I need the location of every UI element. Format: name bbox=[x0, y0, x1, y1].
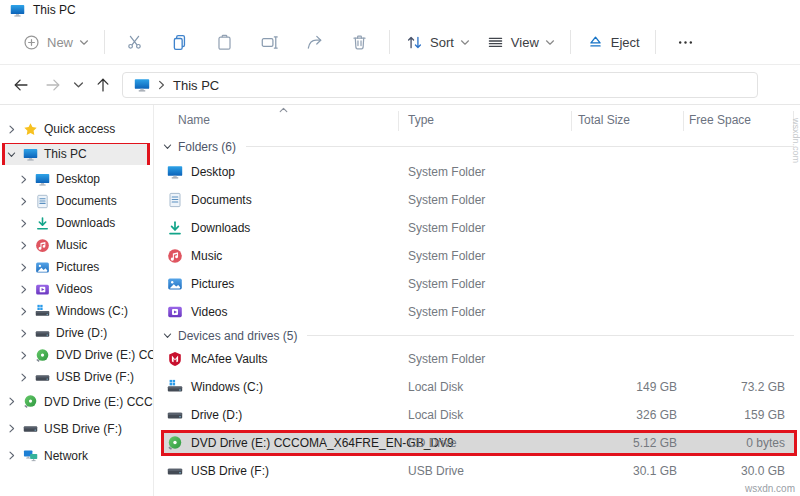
sidebar-item[interactable]: Windows (C:) bbox=[0, 300, 153, 322]
column-divider[interactable] bbox=[683, 111, 684, 131]
file-free-space: 0 bytes bbox=[683, 429, 785, 457]
file-row[interactable]: DVD Drive (E:) CCCOMA_X64FRE_EN-GB_DV9CD… bbox=[155, 429, 800, 457]
column-header-type[interactable]: Type bbox=[408, 113, 434, 127]
chevron-down-icon[interactable] bbox=[163, 142, 172, 151]
more-options-button[interactable] bbox=[663, 27, 708, 58]
file-name[interactable]: Pictures bbox=[191, 270, 234, 298]
videos-icon bbox=[35, 282, 50, 297]
file-row[interactable]: DesktopSystem Folder bbox=[155, 158, 800, 186]
chevron-down-icon[interactable] bbox=[5, 150, 17, 159]
sidebar: Quick accessThis PCDesktopDocumentsDownl… bbox=[0, 105, 154, 496]
file-name[interactable]: Drive (D:) bbox=[191, 401, 242, 429]
share-icon bbox=[305, 33, 324, 52]
group-header[interactable]: Folders (6) bbox=[155, 135, 800, 158]
chevron-right-icon[interactable] bbox=[17, 241, 29, 250]
drive-icon bbox=[35, 326, 50, 341]
sidebar-item-label: Quick access bbox=[44, 122, 115, 136]
drive-icon bbox=[35, 370, 50, 385]
chevron-right-icon[interactable] bbox=[17, 219, 29, 228]
sidebar-item[interactable]: Desktop bbox=[0, 168, 153, 190]
file-row[interactable]: PicturesSystem Folder bbox=[155, 270, 800, 298]
sidebar-item-label: Music bbox=[56, 238, 87, 252]
sidebar-item[interactable]: Pictures bbox=[0, 256, 153, 278]
chevron-right-icon[interactable] bbox=[17, 373, 29, 382]
chevron-down-icon[interactable] bbox=[163, 331, 172, 340]
file-row[interactable]: McAfee VaultsSystem Folder bbox=[155, 345, 800, 373]
drive-icon bbox=[167, 407, 183, 423]
chevron-right-icon[interactable] bbox=[17, 285, 29, 294]
sidebar-item[interactable]: USB Drive (F:) bbox=[0, 366, 153, 388]
column-divider[interactable] bbox=[398, 111, 399, 131]
sidebar-item[interactable]: Videos bbox=[0, 278, 153, 300]
file-type: USB Drive bbox=[408, 457, 464, 485]
download-icon bbox=[35, 216, 50, 231]
file-name[interactable]: Videos bbox=[191, 298, 227, 326]
chevron-right-icon[interactable] bbox=[17, 263, 29, 272]
sidebar-item[interactable]: USB Drive (F:) bbox=[0, 415, 153, 442]
sidebar-item-label: Windows (C:) bbox=[56, 304, 128, 318]
chevron-right-icon[interactable] bbox=[17, 175, 29, 184]
sidebar-item[interactable]: Music bbox=[0, 234, 153, 256]
paste-button[interactable] bbox=[202, 27, 247, 58]
file-row[interactable]: DownloadsSystem Folder bbox=[155, 214, 800, 242]
chevron-right-icon[interactable] bbox=[17, 351, 29, 360]
back-button[interactable] bbox=[6, 70, 36, 100]
chevron-right-icon[interactable] bbox=[17, 197, 29, 206]
sidebar-item[interactable]: Downloads bbox=[0, 212, 153, 234]
up-button[interactable] bbox=[88, 70, 118, 100]
file-name[interactable]: Windows (C:) bbox=[191, 373, 263, 401]
group-label: Devices and drives (5) bbox=[178, 329, 297, 343]
chevron-right-icon[interactable] bbox=[5, 397, 17, 406]
view-button[interactable]: View bbox=[478, 27, 563, 58]
chevron-right-icon[interactable] bbox=[17, 329, 29, 338]
file-row[interactable]: MusicSystem Folder bbox=[155, 242, 800, 270]
sidebar-item-label: DVD Drive (E:) CCCOMA_ bbox=[44, 395, 153, 409]
eject-button[interactable]: Eject bbox=[578, 27, 648, 58]
column-header-free-space[interactable]: Free Space bbox=[689, 113, 751, 127]
sidebar-item[interactable]: DVD Drive (E:) CCCOMA bbox=[0, 344, 153, 366]
delete-button[interactable] bbox=[337, 27, 382, 58]
toolbar-divider bbox=[570, 30, 571, 54]
sidebar-item[interactable]: Drive (D:) bbox=[0, 322, 153, 344]
file-name[interactable]: Downloads bbox=[191, 214, 250, 242]
chevron-right-icon[interactable] bbox=[5, 125, 17, 134]
forward-button[interactable] bbox=[38, 70, 68, 100]
file-row[interactable]: Drive (D:)Local Disk326 GB159 GB bbox=[155, 401, 800, 429]
file-row[interactable]: Windows (C:)Local Disk149 GB73.2 GB bbox=[155, 373, 800, 401]
file-type: System Folder bbox=[408, 298, 485, 326]
share-button[interactable] bbox=[292, 27, 337, 58]
document-icon bbox=[167, 192, 183, 208]
rename-button[interactable] bbox=[247, 27, 292, 58]
sort-button[interactable]: Sort bbox=[397, 27, 478, 58]
chevron-down-icon bbox=[460, 39, 470, 46]
recent-locations-button[interactable] bbox=[66, 70, 90, 100]
column-header-total-size[interactable]: Total Size bbox=[578, 113, 630, 127]
chevron-right-icon[interactable] bbox=[5, 451, 17, 460]
file-name[interactable]: Desktop bbox=[191, 158, 235, 186]
sidebar-item[interactable]: Documents bbox=[0, 190, 153, 212]
sidebar-item[interactable]: This PC bbox=[0, 143, 153, 165]
file-row[interactable]: VideosSystem Folder bbox=[155, 298, 800, 326]
file-name[interactable]: Music bbox=[191, 242, 222, 270]
chevron-right-icon[interactable] bbox=[5, 424, 17, 433]
address-bar[interactable]: This PC bbox=[122, 72, 758, 98]
breadcrumb-location[interactable]: This PC bbox=[173, 78, 219, 93]
copy-button[interactable] bbox=[157, 27, 202, 58]
file-row[interactable]: DocumentsSystem Folder bbox=[155, 186, 800, 214]
chevron-right-icon[interactable] bbox=[17, 307, 29, 316]
file-type: Local Disk bbox=[408, 373, 463, 401]
file-name[interactable]: Documents bbox=[191, 186, 252, 214]
column-divider[interactable] bbox=[571, 111, 572, 131]
file-name[interactable]: USB Drive (F:) bbox=[191, 457, 269, 485]
toolbar-divider bbox=[104, 30, 105, 54]
new-button[interactable]: New bbox=[14, 27, 97, 58]
cut-button[interactable] bbox=[112, 27, 157, 58]
column-header-name[interactable]: Name bbox=[178, 113, 210, 127]
file-name[interactable]: McAfee Vaults bbox=[191, 345, 267, 373]
sidebar-item[interactable]: Quick access bbox=[0, 118, 153, 140]
new-label: New bbox=[47, 35, 73, 50]
group-header[interactable]: Devices and drives (5) bbox=[155, 326, 800, 345]
file-row[interactable]: USB Drive (F:)USB Drive30.1 GB30.0 GB bbox=[155, 457, 800, 485]
sidebar-item[interactable]: Network bbox=[0, 442, 153, 469]
sidebar-item[interactable]: DVD Drive (E:) CCCOMA_ bbox=[0, 388, 153, 415]
